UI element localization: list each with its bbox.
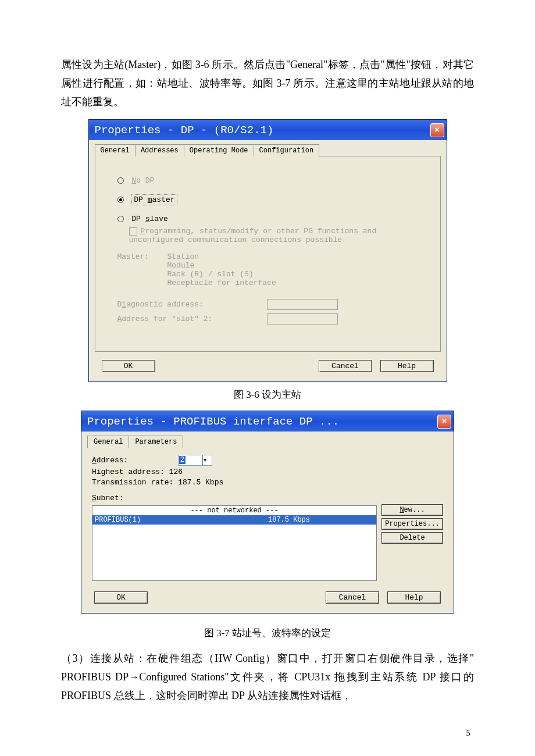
- tab-operating-mode[interactable]: Operating Mode: [184, 144, 254, 156]
- diagnostic-address-row: Diagnostic address:: [117, 299, 426, 310]
- paragraph-2: （3）连接从站：在硬件组态（HW Config）窗口中，打开窗口右侧硬件目录，选…: [61, 649, 474, 705]
- ok-button[interactable]: OK: [102, 360, 155, 372]
- radio-icon: [117, 197, 124, 203]
- delete-button[interactable]: Delete: [381, 532, 443, 544]
- tab-configuration[interactable]: Configuration: [254, 144, 320, 156]
- list-item[interactable]: --- not networked ---: [92, 506, 376, 515]
- properties-button[interactable]: Properties...: [381, 518, 443, 530]
- address-slot2-input: [267, 313, 338, 324]
- master-label: Master:: [117, 252, 167, 287]
- radio-icon: [117, 177, 124, 184]
- highest-address: Highest address: 126: [92, 468, 443, 476]
- radio-dp-master[interactable]: DP master: [117, 195, 426, 204]
- transmission-rate: Transmission rate: 187.5 Kbps: [92, 478, 443, 487]
- master-rack-slot: Rack (R) / slot (S): [167, 270, 276, 279]
- list-item[interactable]: PROFIBUS(1)187.5 Kbps: [92, 515, 376, 525]
- radio-icon: [117, 216, 124, 222]
- help-button[interactable]: Help: [380, 360, 434, 372]
- subnet-list[interactable]: --- not networked --- PROFIBUS(1)187.5 K…: [92, 505, 377, 581]
- radio-no-dp[interactable]: No DP: [117, 176, 426, 185]
- tab-parameters[interactable]: Parameters: [129, 436, 183, 448]
- address-row: Address: 2 ▾: [92, 455, 443, 466]
- titlebar-profibus: Properties - PROFIBUS interface DP ... ×: [81, 411, 454, 432]
- close-icon[interactable]: ×: [430, 123, 444, 137]
- tab-addresses[interactable]: Addresses: [135, 144, 184, 156]
- address-slot2-row: Address for "slot" 2:: [117, 313, 426, 324]
- new-button[interactable]: New...: [381, 504, 443, 516]
- checkbox-icon: [129, 227, 137, 236]
- title-profibus: Properties - PROFIBUS interface DP ...: [87, 415, 339, 428]
- subnet-label: Subnet:: [92, 494, 443, 502]
- close-icon[interactable]: ×: [437, 415, 451, 429]
- help-button[interactable]: Help: [387, 591, 441, 604]
- cancel-button[interactable]: Cancel: [326, 591, 379, 604]
- ok-button[interactable]: OK: [94, 591, 148, 604]
- tabpanel-operating: No DP DP master DP slave Programming, st…: [95, 156, 441, 352]
- chevron-down-icon[interactable]: ▾: [202, 455, 212, 466]
- dialog-profibus-interface: Properties - PROFIBUS interface DP ... ×…: [81, 411, 454, 614]
- checkbox-programming: Programming, status/modify or other PG f…: [129, 227, 426, 244]
- address-select[interactable]: 2: [178, 455, 202, 466]
- page-number: 5: [61, 728, 474, 738]
- titlebar-dp: Properties - DP - (R0/S2.1) ×: [89, 120, 447, 140]
- dialog-properties-dp: Properties - DP - (R0/S2.1) × GeneralAdd…: [88, 119, 447, 382]
- tab-general-2[interactable]: General: [87, 436, 129, 448]
- radio-dp-slave[interactable]: DP slave: [117, 215, 426, 223]
- caption-fig-3-6: 图 3-6 设为主站: [61, 388, 474, 401]
- master-module: Module: [167, 261, 276, 270]
- diagnostic-address-input: [267, 299, 338, 310]
- paragraph-1: 属性设为主站(Master)，如图 3-6 所示。然后点击"General"标签…: [61, 55, 474, 111]
- tabs-dp: GeneralAddressesOperating ModeConfigurat…: [89, 140, 447, 156]
- caption-fig-3-7: 图 3-7 站址号、波特率的设定: [61, 626, 474, 640]
- title-dp: Properties - DP - (R0/S2.1): [95, 124, 274, 137]
- master-station: Station: [167, 252, 276, 261]
- tabs-profibus: GeneralParameters: [81, 432, 454, 447]
- cancel-button[interactable]: Cancel: [319, 360, 372, 372]
- master-receptacle: Receptacle for interface: [167, 279, 276, 287]
- tab-general[interactable]: General: [95, 144, 135, 156]
